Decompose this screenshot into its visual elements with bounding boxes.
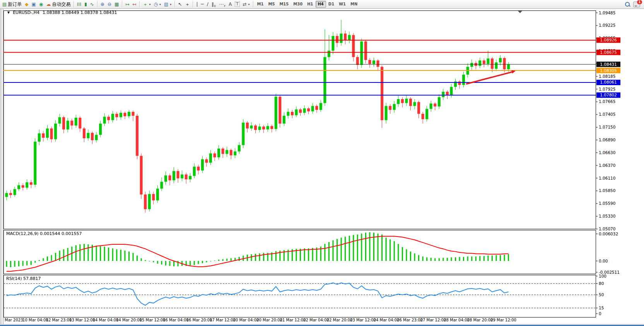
horizontal-line-button[interactable]: ─ bbox=[199, 0, 205, 8]
date-axis-label: 17 Mar 12:00 bbox=[210, 318, 236, 322]
templates-icon: ▧ bbox=[164, 1, 168, 8]
macd-histogram-bar bbox=[120, 250, 121, 261]
macd-tick-label: 0.00 bbox=[599, 259, 608, 263]
toolbar-separator bbox=[193, 1, 193, 7]
timeframe-button-h4[interactable]: H4 bbox=[316, 1, 326, 8]
timeframe-button-d1[interactable]: D1 bbox=[326, 1, 337, 8]
macd-histogram-bar bbox=[157, 261, 158, 264]
collapse-arrow-icon[interactable]: ▼ bbox=[7, 11, 10, 14]
zoom-in-button[interactable]: ⊕ bbox=[99, 0, 106, 8]
timeframe-button-m30[interactable]: M30 bbox=[291, 1, 305, 8]
macd-histogram-bar bbox=[133, 253, 134, 261]
window-splitter[interactable] bbox=[0, 9, 3, 324]
price-tick-label: 1.06370 bbox=[599, 163, 615, 168]
price-tick-label: 1.05590 bbox=[599, 201, 615, 206]
chat-bubble-icon[interactable]: 1 bbox=[633, 2, 640, 7]
indicators-button[interactable]: ＋▾ bbox=[141, 0, 152, 8]
candlestick-chart-button[interactable]: ▮ bbox=[83, 0, 89, 8]
price-tick-label: 1.06630 bbox=[599, 150, 615, 155]
macd-histogram-bar bbox=[447, 258, 448, 261]
vertical-line-icon: | bbox=[196, 1, 198, 8]
rsi-panel-frame bbox=[4, 275, 596, 317]
date-axis-label: 21 Mar 12:00 bbox=[280, 318, 306, 322]
autotrading-button[interactable]: ☁自动交易 bbox=[44, 0, 72, 8]
signals-button[interactable]: ◉ bbox=[38, 0, 44, 8]
timeframe-button-h1[interactable]: H1 bbox=[305, 1, 315, 8]
macd-histogram-bar bbox=[345, 237, 346, 261]
macd-histogram-bar bbox=[492, 256, 493, 261]
macd-histogram-bar bbox=[381, 235, 383, 261]
timeframe-button-mn[interactable]: MN bbox=[348, 1, 360, 8]
trendline-button[interactable]: ∕ bbox=[205, 0, 210, 8]
macd-histogram-bar bbox=[406, 249, 407, 261]
bar-chart-button[interactable]: ☰ bbox=[75, 0, 83, 8]
vertical-line-button[interactable]: | bbox=[195, 0, 199, 8]
candlestick bbox=[140, 153, 143, 199]
toolbar-separator bbox=[73, 1, 74, 7]
candlestick-chart-icon: ▮ bbox=[84, 1, 87, 8]
fibonacci-icon: ⋯ bbox=[219, 1, 224, 8]
date-axis-label: 20 Mar 04:00 bbox=[233, 318, 259, 322]
new-order-button[interactable]: ▤新订单 bbox=[1, 0, 23, 8]
macd-histogram-bar bbox=[430, 258, 432, 261]
timeframe-button-w1[interactable]: W1 bbox=[337, 1, 348, 8]
macd-histogram-bar bbox=[104, 247, 105, 261]
periods-button[interactable]: ◷▾ bbox=[152, 0, 162, 8]
date-axis-label: 14 Mar 04:00 bbox=[93, 318, 119, 322]
timeframe-button-m5[interactable]: M5 bbox=[266, 1, 277, 8]
cursor-button[interactable]: ↖ bbox=[176, 0, 183, 8]
channel-button[interactable]: ∥E bbox=[210, 0, 217, 8]
date-axis-label: 28 Mar 04:00 bbox=[444, 318, 470, 322]
macd-histogram-bar bbox=[418, 255, 419, 261]
price-tag-label: 1.08675 bbox=[600, 50, 617, 55]
fibonacci-button[interactable]: ⋯F bbox=[217, 0, 227, 8]
macd-histogram-bar bbox=[337, 239, 338, 261]
notification-badge: 1 bbox=[637, 0, 642, 4]
price-tick-label: 1.09225 bbox=[599, 23, 615, 27]
timeframe-button-m1[interactable]: M1 bbox=[255, 1, 266, 8]
chart-shift-button[interactable]: ↤ bbox=[131, 0, 138, 8]
line-chart-icon: ∿ bbox=[90, 1, 94, 8]
macd-histogram-bar bbox=[202, 261, 203, 263]
zoom-out-icon: ⊖ bbox=[108, 1, 111, 8]
search-icon[interactable] bbox=[625, 2, 630, 7]
templates-button[interactable]: ▧▾ bbox=[162, 0, 173, 8]
channel-sub-label: E bbox=[214, 5, 216, 8]
layouts-button[interactable]: ◆ bbox=[23, 0, 30, 8]
price-tick-label: 1.05330 bbox=[599, 214, 615, 218]
macd-histogram-bar bbox=[210, 261, 211, 261]
tile-windows-button[interactable]: ▦ bbox=[113, 0, 120, 8]
macd-histogram-bar bbox=[455, 257, 456, 261]
macd-histogram-bar bbox=[194, 261, 195, 265]
fibonacci-sub-label: F bbox=[224, 5, 225, 8]
date-axis-label: 14 Mar 20:00 bbox=[116, 318, 142, 322]
macd-histogram-bar bbox=[165, 261, 166, 266]
timeframe-button-m15[interactable]: M15 bbox=[277, 1, 291, 8]
line-chart-button[interactable]: ∿ bbox=[89, 0, 96, 8]
macd-histogram-bar bbox=[22, 261, 24, 266]
macd-histogram-bar bbox=[414, 253, 415, 261]
chart-canvas[interactable]: 1.094851.092251.089651.087051.084451.081… bbox=[3, 9, 644, 323]
shapes-button[interactable]: ⇄▾ bbox=[241, 0, 251, 8]
text-button[interactable]: A bbox=[227, 0, 233, 8]
chat-tail bbox=[634, 5, 637, 9]
crosshair-button[interactable]: ＋ bbox=[183, 0, 191, 8]
metaeditor-button[interactable]: ▣ bbox=[30, 0, 38, 8]
macd-histogram-bar bbox=[128, 252, 130, 261]
new-order-label: 新订单 bbox=[8, 1, 22, 8]
macd-histogram-bar bbox=[222, 259, 224, 261]
date-axis-label: 22 Mar 20:00 bbox=[327, 318, 353, 322]
chart-window[interactable]: ▼ EURUSD-,H4 1.08388 1.08449 1.08378 1.0… bbox=[3, 9, 644, 324]
horizontal-line-icon: ─ bbox=[201, 1, 203, 8]
toolbar-separator bbox=[174, 1, 175, 7]
rsi-tick-label: 50 bbox=[599, 292, 604, 297]
candlestick bbox=[381, 65, 383, 128]
price-tick-label: 1.07405 bbox=[599, 112, 615, 117]
bar-chart-icon: ☰ bbox=[76, 2, 83, 7]
new-order-icon: ▤ bbox=[2, 1, 7, 8]
auto-scroll-button[interactable]: ↦ bbox=[124, 0, 131, 8]
macd-histogram-bar bbox=[398, 244, 399, 261]
date-axis-label: 28 Mar 20:00 bbox=[467, 318, 493, 322]
zoom-out-button[interactable]: ⊖ bbox=[106, 0, 113, 8]
text-label-button[interactable]: T bbox=[233, 0, 241, 8]
